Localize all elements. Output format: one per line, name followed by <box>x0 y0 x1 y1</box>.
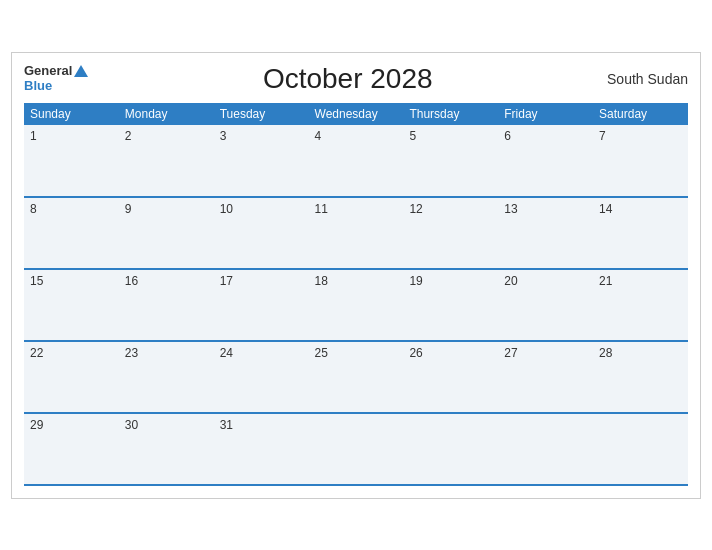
col-wednesday: Wednesday <box>309 103 404 125</box>
day-cell <box>403 413 498 485</box>
day-cell: 5 <box>403 125 498 197</box>
day-cell: 4 <box>309 125 404 197</box>
calendar-thead: Sunday Monday Tuesday Wednesday Thursday… <box>24 103 688 125</box>
logo-general: General <box>24 64 88 78</box>
day-cell: 9 <box>119 197 214 269</box>
day-cell: 30 <box>119 413 214 485</box>
calendar-body: 1234567891011121314151617181920212223242… <box>24 125 688 485</box>
day-cell: 22 <box>24 341 119 413</box>
logo-blue-text: Blue <box>24 79 88 93</box>
country-name: South Sudan <box>607 71 688 87</box>
day-cell: 2 <box>119 125 214 197</box>
day-cell: 23 <box>119 341 214 413</box>
day-cell <box>593 413 688 485</box>
calendar-container: General Blue October 2028 South Sudan Su… <box>11 52 701 499</box>
days-header-row: Sunday Monday Tuesday Wednesday Thursday… <box>24 103 688 125</box>
day-cell: 1 <box>24 125 119 197</box>
day-cell: 15 <box>24 269 119 341</box>
day-cell: 28 <box>593 341 688 413</box>
logo-general-text: General <box>24 64 72 78</box>
day-cell: 20 <box>498 269 593 341</box>
day-cell: 27 <box>498 341 593 413</box>
day-cell <box>309 413 404 485</box>
day-cell: 14 <box>593 197 688 269</box>
day-cell: 10 <box>214 197 309 269</box>
day-cell: 7 <box>593 125 688 197</box>
week-row-5: 293031 <box>24 413 688 485</box>
col-saturday: Saturday <box>593 103 688 125</box>
day-cell: 3 <box>214 125 309 197</box>
col-friday: Friday <box>498 103 593 125</box>
day-cell: 8 <box>24 197 119 269</box>
week-row-1: 1234567 <box>24 125 688 197</box>
day-cell: 12 <box>403 197 498 269</box>
week-row-4: 22232425262728 <box>24 341 688 413</box>
calendar-table: Sunday Monday Tuesday Wednesday Thursday… <box>24 103 688 486</box>
logo-triangle-icon <box>74 65 88 77</box>
day-cell: 24 <box>214 341 309 413</box>
day-cell: 19 <box>403 269 498 341</box>
week-row-2: 891011121314 <box>24 197 688 269</box>
col-monday: Monday <box>119 103 214 125</box>
calendar-header: General Blue October 2028 South Sudan <box>24 63 688 95</box>
col-sunday: Sunday <box>24 103 119 125</box>
day-cell: 17 <box>214 269 309 341</box>
day-cell: 31 <box>214 413 309 485</box>
calendar-title: October 2028 <box>263 63 433 95</box>
day-cell: 13 <box>498 197 593 269</box>
day-cell: 26 <box>403 341 498 413</box>
col-thursday: Thursday <box>403 103 498 125</box>
day-cell: 21 <box>593 269 688 341</box>
day-cell: 29 <box>24 413 119 485</box>
day-cell: 16 <box>119 269 214 341</box>
day-cell: 6 <box>498 125 593 197</box>
day-cell: 18 <box>309 269 404 341</box>
day-cell: 11 <box>309 197 404 269</box>
col-tuesday: Tuesday <box>214 103 309 125</box>
week-row-3: 15161718192021 <box>24 269 688 341</box>
day-cell <box>498 413 593 485</box>
logo: General Blue <box>24 64 88 93</box>
day-cell: 25 <box>309 341 404 413</box>
